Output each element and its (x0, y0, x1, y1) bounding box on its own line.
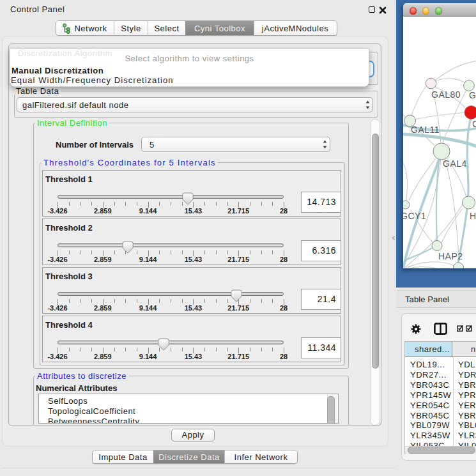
svg-text:HAP2: HAP2 (438, 251, 463, 261)
svg-text:CY: CY (472, 119, 476, 129)
svg-text:H: H (470, 211, 476, 221)
svg-text:GAL11: GAL11 (411, 125, 440, 135)
svg-text:GA: GA (469, 90, 476, 100)
svg-text:GCY1: GCY1 (403, 211, 426, 221)
svg-text:GAL80: GAL80 (431, 89, 461, 100)
svg-text:GAL4: GAL4 (443, 158, 467, 169)
